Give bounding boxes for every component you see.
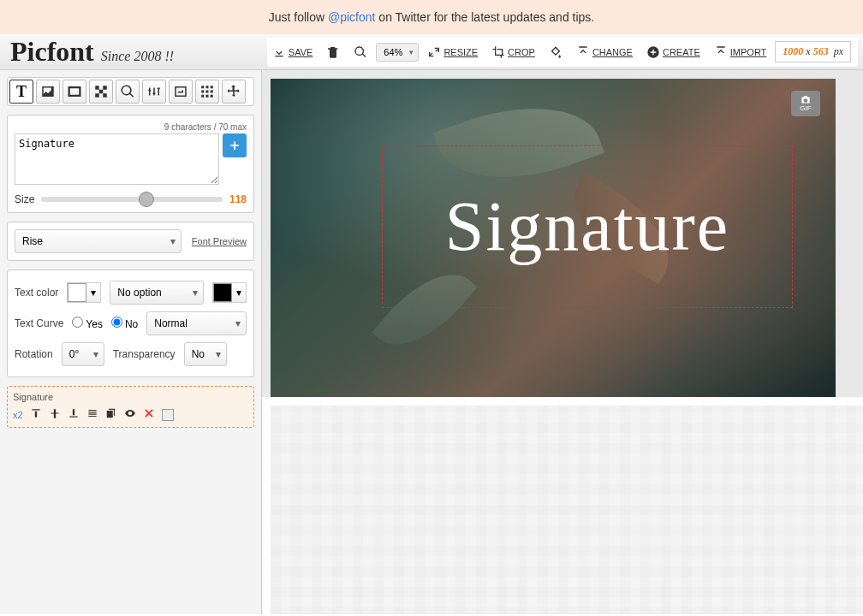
text-overlay-selection[interactable]: Signature: [382, 145, 793, 308]
add-text-button[interactable]: +: [223, 133, 247, 157]
camera-icon: [800, 96, 812, 104]
overlay-text[interactable]: Signature: [445, 187, 729, 267]
zoom-search-button[interactable]: [348, 42, 372, 62]
main-area: T 9 characters / 70 max + Size 118 Rise: [0, 70, 863, 614]
image-canvas[interactable]: Signature GIF: [271, 79, 836, 397]
crop-button[interactable]: CROP: [486, 42, 540, 62]
zoom-select[interactable]: 64%: [376, 43, 419, 62]
align-top-icon: [30, 407, 42, 419]
resize-icon: [427, 45, 441, 59]
banner-prefix: Just follow: [269, 10, 328, 24]
curve-yes-radio[interactable]: Yes: [72, 317, 103, 330]
transparency-label: Transparency: [113, 348, 176, 360]
align-middle-icon: [49, 407, 61, 419]
tab-search[interactable]: [116, 80, 140, 104]
change-button[interactable]: CHANGE: [571, 42, 638, 62]
font-select[interactable]: Rise: [15, 229, 182, 253]
tab-text[interactable]: T: [9, 80, 33, 104]
curve-no-radio[interactable]: No: [111, 317, 138, 330]
sidebar: T 9 characters / 70 max + Size 118 Rise: [0, 70, 262, 614]
char-count: 9 characters / 70 max: [15, 122, 247, 132]
text-panel: 9 characters / 70 max + Size 118: [7, 115, 254, 213]
tool-tabs: T: [7, 77, 254, 106]
trash-icon: [326, 45, 340, 59]
justify-button[interactable]: [86, 407, 98, 422]
banner-suffix: on Twitter for the latest updates and ti…: [375, 10, 594, 24]
grid-background: [271, 406, 863, 614]
tab-picture[interactable]: [169, 80, 193, 104]
upload-icon: [576, 45, 590, 59]
tab-pattern[interactable]: [89, 80, 113, 104]
picture-icon: [173, 84, 188, 99]
tab-adjust[interactable]: [142, 80, 166, 104]
align-bottom-button[interactable]: [68, 407, 80, 422]
header-bar: Picfont Since 2008 !! SAVE 64% RESIZE CR…: [0, 34, 863, 70]
plus-circle-icon: [646, 45, 660, 59]
layer-panel: Signature x2: [7, 386, 254, 428]
logo: Picfont: [0, 36, 101, 68]
size-label: Size: [15, 193, 34, 205]
move-icon: [226, 84, 241, 99]
curve-mode-select[interactable]: Normal: [146, 311, 247, 335]
options-panel: Text color ▾ No option ▾ Text Curve Yes …: [7, 270, 254, 377]
promo-banner: Just follow @picfont on Twitter for the …: [0, 0, 863, 34]
resize-button[interactable]: RESIZE: [422, 42, 483, 62]
import-button[interactable]: IMPORT: [709, 42, 772, 62]
paint-bucket-icon: [549, 45, 562, 59]
font-preview-link[interactable]: Font Preview: [192, 236, 247, 246]
layer-actions: x2: [13, 407, 248, 422]
download-icon: [272, 45, 286, 59]
eye-icon: [124, 407, 136, 419]
rotation-select[interactable]: 0°: [62, 342, 104, 366]
checkerboard-icon: [93, 84, 109, 99]
align-middle-button[interactable]: [49, 407, 61, 422]
frame-icon: [67, 84, 82, 99]
twitter-handle-link[interactable]: @picfont: [328, 10, 375, 24]
sliders-icon: [146, 84, 162, 99]
create-button[interactable]: CREATE: [641, 42, 705, 62]
tab-image[interactable]: [36, 80, 60, 104]
upload-icon: [714, 45, 728, 59]
justify-icon: [86, 407, 98, 419]
canvas-area: Signature GIF: [262, 70, 863, 614]
text-input[interactable]: [15, 133, 219, 185]
grid-icon: [199, 84, 215, 99]
align-bottom-icon: [68, 407, 80, 419]
text-curve-label: Text Curve: [15, 317, 63, 329]
magnifier-icon: [120, 84, 135, 99]
gif-badge[interactable]: GIF: [791, 91, 820, 116]
top-toolbar: SAVE 64% RESIZE CROP CHANGE CREATE: [267, 38, 858, 67]
font-panel: Rise Font Preview: [7, 222, 254, 261]
image-icon: [40, 84, 56, 99]
text-color-picker[interactable]: ▾: [67, 282, 101, 303]
save-button[interactable]: SAVE: [267, 42, 318, 62]
align-top-button[interactable]: [30, 407, 42, 422]
tab-frame[interactable]: [62, 80, 86, 104]
copy-button[interactable]: [105, 407, 117, 422]
rotation-label: Rotation: [15, 348, 53, 360]
copy-icon: [105, 407, 117, 419]
x-icon: [143, 407, 155, 419]
crop-icon: [491, 45, 505, 59]
duplicate-button[interactable]: x2: [13, 410, 23, 420]
size-value: 118: [229, 193, 247, 205]
tagline: Since 2008 !!: [101, 40, 174, 64]
delete-layer-button[interactable]: [143, 407, 155, 422]
fill-button[interactable]: [544, 42, 568, 62]
color-option-select[interactable]: No option: [110, 281, 204, 305]
secondary-color-picker[interactable]: ▾: [212, 282, 247, 303]
visibility-button[interactable]: [124, 407, 136, 422]
dimensions-display: 1000 x 563 px: [775, 41, 851, 62]
tab-move[interactable]: [222, 80, 246, 104]
magnifier-icon: [354, 45, 367, 59]
tab-grid[interactable]: [195, 80, 219, 104]
delete-button[interactable]: [321, 42, 345, 62]
transparency-select[interactable]: No: [184, 342, 227, 366]
layer-checkbox[interactable]: [162, 409, 174, 421]
size-slider[interactable]: [41, 197, 223, 202]
layer-name: Signature: [13, 392, 248, 402]
text-color-label: Text color: [15, 287, 58, 299]
